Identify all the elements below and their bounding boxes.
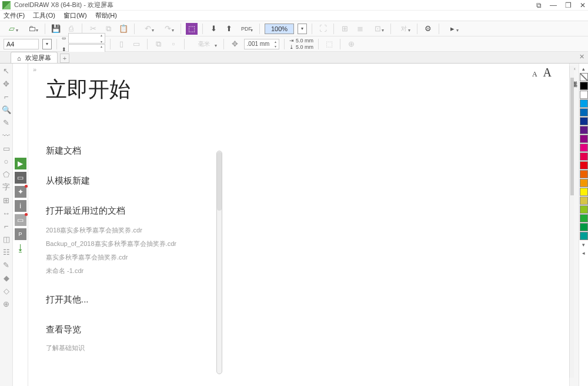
menu-file[interactable]: 文件(F) [4,11,25,20]
color-swatch[interactable] [580,232,588,240]
color-swatch[interactable] [580,108,588,117]
publish-pdf-button[interactable]: PDF [238,23,255,35]
text-tool[interactable]: 字 [2,182,11,192]
color-swatch[interactable] [580,152,588,161]
undo-button[interactable]: ↶ [139,23,156,35]
fullscreen-button[interactable]: ⛶ [317,23,329,35]
expand-icon[interactable]: » [33,66,36,73]
color-swatch[interactable] [580,161,588,169]
search-content-button[interactable]: ⬚ [186,23,198,35]
maximize-icon[interactable]: ❐ [565,1,572,9]
options-button[interactable]: ⚙ [422,23,434,35]
portrait-button[interactable]: ▯ [115,38,127,50]
dimension-tool[interactable]: ↔ [2,208,11,218]
nav-download[interactable]: ⭳ [15,242,26,254]
color-swatch[interactable] [580,99,588,108]
connector-tool[interactable]: ⌐ [2,221,11,231]
menu-window[interactable]: 窗口(W) [64,11,87,20]
nav-get-started[interactable]: ▶ [15,158,26,169]
new-document-link[interactable]: 新建文档 [46,145,199,157]
recent-file[interactable]: 2018嘉实多秋季嘉享会抽奖券.cdr [46,226,199,235]
palette-down-icon[interactable]: ▾ [582,242,585,248]
palette-flyout-icon[interactable]: ◂ [582,250,585,256]
eyedropper-tool[interactable]: ✎ [2,260,11,269]
minimize-icon[interactable]: — [550,1,557,9]
import-button[interactable]: ⬇ [208,23,219,35]
zoom-level[interactable]: 100% [265,24,294,34]
welcome-scrollbar[interactable] [216,151,222,374]
open-other-link[interactable]: 打开其他... [46,294,199,305]
color-swatch[interactable] [580,223,588,231]
new-from-template-link[interactable]: 从模板新建 [46,175,199,187]
launch-button[interactable]: 对 [396,23,412,35]
zoom-tool[interactable]: 🔍 [2,105,11,114]
polygon-tool[interactable]: ⬠ [2,169,11,179]
artistic-media-tool[interactable]: 〰 [2,131,11,140]
nudge-distance-input[interactable]: ▴▾ [244,39,279,49]
nav-whats-new[interactable]: ✦ [15,186,26,198]
color-swatch[interactable] [580,135,588,143]
redo-button[interactable]: ↷ [159,23,176,35]
treat-as-filled-button[interactable]: ⬚ [323,38,335,50]
color-swatch[interactable] [580,117,588,125]
font-small-button[interactable]: A [532,70,537,79]
freehand-tool[interactable]: ✎ [2,118,11,127]
landscape-button[interactable]: ▭ [131,38,142,50]
restore-down-icon[interactable]: ⧉ [536,1,542,9]
app-launcher-button[interactable]: ▸ [444,23,460,35]
align-button[interactable]: ≣ [354,23,366,35]
nav-need-help[interactable]: i [15,200,26,212]
color-swatch[interactable] [580,205,588,214]
tab-welcome[interactable]: ⌂ 欢迎屏幕 [11,52,58,63]
all-pages-button[interactable]: ⧉ [152,38,164,50]
palette-up-icon[interactable]: ▴ [582,66,585,72]
color-swatch[interactable] [580,144,588,152]
drop-shadow-tool[interactable]: ◫ [2,234,11,244]
recent-file[interactable]: Backup_of_2018嘉实多秋季嘉享会抽奖券.cdr [46,239,199,248]
open-button[interactable]: 🗀 [24,23,40,35]
swatch-none[interactable] [580,73,588,81]
menu-help[interactable]: 帮助(H) [95,11,117,20]
paper-dropdown[interactable]: ▾ [42,39,52,49]
page-width-input[interactable]: ▴▾ [68,33,105,44]
close-icon[interactable]: ✕ [580,1,586,9]
color-swatch[interactable] [580,197,588,205]
menu-tools[interactable]: 工具(O) [33,11,55,20]
guideline-button[interactable]: ⊡ [369,23,386,35]
recent-file[interactable]: 嘉实多秋季嘉享会抽奖券.cdr [46,253,199,262]
transparency-tool[interactable]: ☷ [2,247,11,257]
color-swatch[interactable] [580,126,588,134]
save-button[interactable]: 💾 [50,23,62,35]
color-swatch[interactable] [580,179,588,187]
current-page-button[interactable]: ▫ [168,38,179,50]
snap-button[interactable]: ⊞ [339,23,350,35]
quick-customize-button[interactable]: ⊕ [345,38,357,50]
export-button[interactable]: ⬆ [223,23,235,35]
vertical-scrollbar[interactable] [569,66,574,378]
color-swatch[interactable] [580,214,588,222]
recent-file[interactable]: 未命名 -1.cdr [46,267,199,275]
zoom-dropdown[interactable]: ▾ [298,24,307,34]
color-swatch[interactable] [580,91,588,99]
font-large-button[interactable]: A [543,66,552,79]
fill-tool[interactable]: ◆ [2,273,11,282]
paper-size-select[interactable]: A4 [4,39,39,49]
new-tab-button[interactable]: + [60,54,69,63]
nav-gallery[interactable]: ▭ [15,214,26,226]
color-swatch[interactable] [580,188,588,196]
nav-updates[interactable]: P [15,228,26,240]
shape-tool[interactable]: ✥ [2,79,11,88]
crop-tool[interactable]: ⌐ [2,92,11,101]
color-swatch[interactable] [580,170,588,178]
table-tool[interactable]: ⊞ [2,195,11,205]
tabs-close-icon[interactable]: ✕ [579,53,584,61]
color-swatch[interactable] [580,82,588,90]
ellipse-tool[interactable]: ○ [2,157,11,166]
pick-tool[interactable]: ↖ [2,66,11,75]
units-select[interactable]: 毫米 [189,38,219,50]
smart-fill-tool[interactable]: ◇ [2,286,11,295]
quick-customize-toolbox[interactable]: ⊕ [2,299,11,308]
learn-basics-link[interactable]: 了解基础知识 [46,344,199,352]
rectangle-tool[interactable]: ▭ [2,144,11,153]
paste-button[interactable]: 📋 [118,23,129,35]
